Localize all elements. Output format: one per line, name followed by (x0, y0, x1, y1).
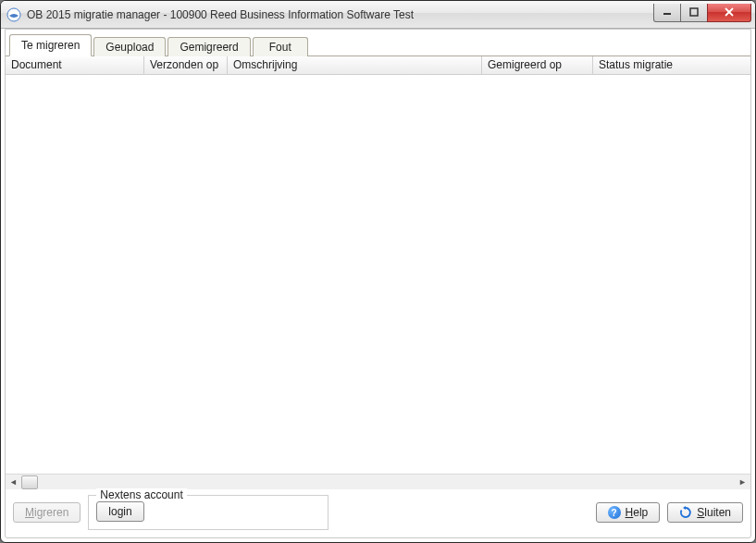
tab-gemigreerd[interactable]: Gemigreerd (167, 37, 250, 56)
client-area: Te migreren Geupload Gemigreerd Fout Doc… (5, 29, 751, 538)
horizontal-scrollbar[interactable]: ◄ ► (6, 474, 750, 489)
list-view: Document Verzonden op Omschrijving Gemig… (6, 56, 750, 489)
nextens-account-legend: Nextens account (96, 488, 186, 501)
scrollbar-thumb[interactable] (21, 475, 38, 489)
tab-te-migreren[interactable]: Te migreren (9, 34, 92, 56)
sluiten-button-label: Sluiten (697, 506, 731, 519)
tab-geupload[interactable]: Geupload (93, 37, 166, 56)
column-header-gemigreerd-op[interactable]: Gemigreerd op (482, 56, 593, 74)
login-button-label: login (108, 505, 131, 518)
column-header-omschrijving[interactable]: Omschrijving (228, 56, 482, 74)
migrate-button: Migreren (13, 502, 81, 523)
tab-strip: Te migreren Geupload Gemigreerd Fout (6, 30, 750, 56)
column-header-status-migratie[interactable]: Status migratie (593, 56, 750, 74)
svg-rect-2 (690, 8, 698, 16)
tab-label: Geupload (105, 41, 154, 54)
window-controls (654, 4, 751, 22)
maximize-icon (689, 7, 699, 17)
help-button-label: Help (626, 506, 649, 519)
close-icon (724, 7, 735, 17)
nextens-account-group: Nextens account login (88, 495, 328, 530)
tab-label: Gemigreerd (180, 41, 238, 54)
svg-marker-5 (683, 506, 686, 510)
column-header-document[interactable]: Document (6, 56, 144, 74)
refresh-icon (679, 506, 692, 519)
migrate-button-label: Migreren (25, 506, 68, 519)
bottom-bar: Migreren Nextens account login ? Help (6, 489, 750, 537)
login-button[interactable]: login (96, 501, 143, 522)
app-window: OB 2015 migratie manager - 100900 Reed B… (0, 0, 756, 543)
scroll-left-arrow-icon[interactable]: ◄ (6, 475, 21, 490)
tab-label: Fout (269, 41, 291, 54)
minimize-button[interactable] (653, 4, 681, 22)
maximize-button[interactable] (680, 4, 708, 22)
scroll-right-arrow-icon[interactable]: ► (735, 475, 750, 490)
window-title: OB 2015 migratie manager - 100900 Reed B… (27, 8, 654, 21)
tab-label: Te migreren (21, 39, 80, 52)
help-icon: ? (608, 506, 621, 519)
sluiten-button[interactable]: Sluiten (667, 502, 743, 523)
scrollbar-track[interactable] (21, 475, 735, 489)
svg-rect-1 (663, 13, 671, 15)
list-header: Document Verzonden op Omschrijving Gemig… (6, 56, 750, 75)
column-header-verzonden-op[interactable]: Verzonden op (144, 56, 228, 74)
close-window-button[interactable] (707, 4, 751, 22)
title-bar[interactable]: OB 2015 migratie manager - 100900 Reed B… (1, 1, 755, 29)
app-icon (6, 7, 21, 22)
help-button[interactable]: ? Help (596, 502, 661, 523)
minimize-icon (663, 7, 672, 17)
list-body[interactable] (6, 75, 750, 474)
tab-fout[interactable]: Fout (253, 37, 308, 56)
